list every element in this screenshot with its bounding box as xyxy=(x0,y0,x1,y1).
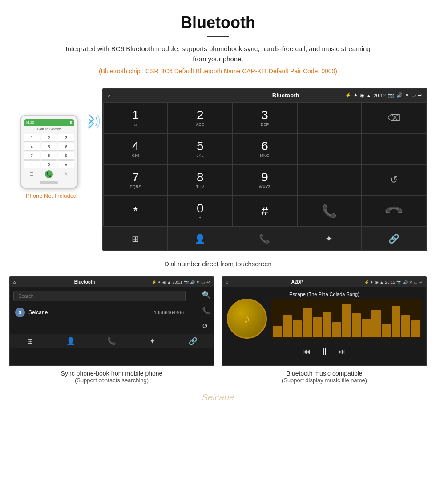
phonebook-search-input[interactable] xyxy=(13,291,186,301)
volume-icon: 🔊 xyxy=(396,92,403,98)
contact-number: 13566664466 xyxy=(154,310,184,315)
music-screen-icon: ▭ xyxy=(414,280,418,284)
back-icon[interactable]: ↩ xyxy=(418,92,422,98)
dial-key-9[interactable]: 9 WXYZ xyxy=(232,164,297,196)
viz-bar-2 xyxy=(283,315,292,337)
dial-key-7[interactable]: 7 PQRS xyxy=(103,164,168,196)
dial-key-1[interactable]: 1 ⌂ xyxy=(103,102,168,133)
pb-back-icon[interactable]: ↩ xyxy=(206,280,210,284)
usb-icon: ⚡ xyxy=(345,92,351,98)
prev-track-button[interactable]: ⏮ xyxy=(303,347,311,356)
dial-display-area xyxy=(297,102,362,133)
status-right: ⚡ ✦ ◉ ▲ 20:12 📷 🔊 ✕ ▭ ↩ xyxy=(345,92,422,98)
search-side-icon[interactable]: 🔍 xyxy=(202,291,211,299)
phone-home-bar xyxy=(40,181,58,184)
link-button[interactable]: 🔗 xyxy=(362,227,426,250)
viz-bar-12 xyxy=(382,324,391,337)
music-back-icon[interactable]: ↩ xyxy=(419,280,423,284)
dial-key-5[interactable]: 5 JKL xyxy=(168,133,232,164)
pb-link-btn[interactable]: 🔗 xyxy=(173,337,214,345)
dial-key-6[interactable]: 6 MNO xyxy=(232,133,297,164)
music-caption-sub: (Support display music file name) xyxy=(222,377,427,384)
music-note-icon: ♪ xyxy=(244,312,250,326)
dial-key-3[interactable]: 3 DEF xyxy=(232,102,297,133)
dial-key-2[interactable]: 2 ABC xyxy=(168,102,232,133)
play-pause-button[interactable]: ⏸ xyxy=(319,346,329,357)
pb-home-icon[interactable]: ⌂ xyxy=(13,280,16,284)
viz-bar-15 xyxy=(411,320,420,337)
location-icon: ◉ xyxy=(360,92,364,98)
page-description: Integrated with BC6 Bluetooth module, su… xyxy=(62,44,374,64)
dial-key-8[interactable]: 8 TUV xyxy=(168,164,232,196)
pb-vol-icon: 🔊 xyxy=(190,280,195,284)
phone-mockup: M:20 ▮ + Add to Contacts 1 2 3 4 5 6 7 8… xyxy=(20,115,82,189)
dialpad-grid: 1 ⌂ 2 ABC 3 DEF ⌫ 4 GHI xyxy=(103,102,426,227)
contact-name: Seicane xyxy=(28,309,150,316)
phone-top-bar: M:20 ▮ xyxy=(24,119,74,126)
phone-icon-1: ☰ xyxy=(30,172,33,176)
phonebook-side-icons: 🔍 📞 ↺ xyxy=(199,287,214,334)
phone-action-button[interactable]: 📞 xyxy=(232,227,297,250)
music-screen: ⌂ A2DP ⚡ ✦ ◉ ▲ 20:15 📷 🔊 ✕ ▭ ↩ xyxy=(222,276,427,366)
close-icon[interactable]: ✕ xyxy=(405,92,409,98)
phone-key-1: 1 xyxy=(24,134,40,142)
phone-battery-icon: ▮ xyxy=(70,120,72,124)
phone-side-icon[interactable]: 📞 xyxy=(202,306,211,315)
phone-body: M:20 ▮ + Add to Contacts 1 2 3 4 5 6 7 8… xyxy=(20,115,78,189)
refresh-key[interactable]: ↺ xyxy=(362,164,426,196)
phone-key-6: 6 xyxy=(58,143,74,151)
pb-phone-btn[interactable]: 📞 xyxy=(91,337,132,345)
phone-add-contacts: + Add to Contacts xyxy=(24,127,74,132)
backspace-key[interactable]: ⌫ xyxy=(362,102,426,133)
main-content: M:20 ▮ + Add to Contacts 1 2 3 4 5 6 7 8… xyxy=(0,88,436,407)
dial-key-star[interactable]: * xyxy=(103,196,168,227)
music-caption-main: Bluetooth music compatible xyxy=(222,370,427,377)
screen-icon: ▭ xyxy=(411,92,416,98)
phone-key-4: 4 xyxy=(24,143,40,151)
pb-screen-title: Bluetooth xyxy=(17,280,151,284)
music-screen-wrap: ⌂ A2DP ⚡ ✦ ◉ ▲ 20:15 📷 🔊 ✕ ▭ ↩ xyxy=(222,276,427,384)
next-track-button[interactable]: ⏭ xyxy=(338,347,346,356)
pb-contacts-btn[interactable]: 👤 xyxy=(51,337,92,345)
music-home-icon[interactable]: ⌂ xyxy=(226,280,228,284)
pb-close-icon[interactable]: ✕ xyxy=(196,280,200,284)
music-album-area: ♪ xyxy=(227,299,422,339)
empty-6 xyxy=(297,164,362,196)
dial-key-hash[interactable]: # xyxy=(232,196,297,227)
phone-call-button[interactable]: 📞 xyxy=(45,170,53,178)
home-icon[interactable]: ⌂ xyxy=(108,93,111,98)
title-divider xyxy=(207,36,229,37)
phone-bottom-row: ☰ 📞 ✎ xyxy=(24,170,74,178)
pb-screen-icon: ▭ xyxy=(201,280,205,284)
call-red-icon: 📞 xyxy=(383,200,404,222)
dialer-status-bar: ⌂ Bluetooth ⚡ ✦ ◉ ▲ 20:12 📷 🔊 ✕ ▭ ↩ xyxy=(103,89,426,102)
refresh-side-icon[interactable]: ↺ xyxy=(202,322,211,330)
dialer-screen: ⌂ Bluetooth ⚡ ✦ ◉ ▲ 20:12 📷 🔊 ✕ ▭ ↩ xyxy=(102,88,427,251)
end-call-button[interactable]: 📞 xyxy=(362,196,426,227)
album-art: ♪ xyxy=(227,299,267,339)
viz-bar-5 xyxy=(313,317,322,337)
phonebook-body: S Seicane 13566664466 🔍 📞 ↺ xyxy=(10,287,214,334)
dial-key-4[interactable]: 4 GHI xyxy=(103,133,168,164)
dialer-screen-title: Bluetooth xyxy=(226,92,345,99)
viz-bar-7 xyxy=(332,322,341,337)
time-display: 20:12 xyxy=(373,93,386,98)
pb-grid-btn[interactable]: ⊞ xyxy=(10,337,51,345)
pb-bt-btn[interactable]: ✦ xyxy=(132,337,173,345)
music-close-icon[interactable]: ✕ xyxy=(409,280,412,284)
dial-key-0[interactable]: 0 + xyxy=(168,196,232,227)
music-content: Escape (The Pina Colada Song) ♪ xyxy=(222,287,426,365)
music-visualizer xyxy=(271,299,422,339)
bluetooth-action-button[interactable]: ✦ xyxy=(297,227,362,250)
contacts-button[interactable]: 👤 xyxy=(168,227,232,250)
call-button[interactable]: 📞 xyxy=(297,196,362,227)
grid-view-button[interactable]: ⊞ xyxy=(103,227,168,250)
bluetooth-status-icon: ✦ xyxy=(354,92,358,98)
dialpad-actions-bar: ⊞ 👤 📞 ✦ 🔗 xyxy=(103,227,426,250)
pb-cam-icon: 📷 xyxy=(184,280,189,284)
viz-bar-4 xyxy=(303,308,311,337)
viz-bar-13 xyxy=(392,306,400,337)
phonebook-status-bar: ⌂ Bluetooth ⚡ ✦ ◉ ▲ 20:11 📷 🔊 ✕ ▭ ↩ xyxy=(10,277,214,287)
phonebook-caption: Sync phone-book from mobile phone (Suppo… xyxy=(9,370,214,384)
phonebook-bottom-bar: ⊞ 👤 📞 ✦ 🔗 xyxy=(10,334,214,348)
